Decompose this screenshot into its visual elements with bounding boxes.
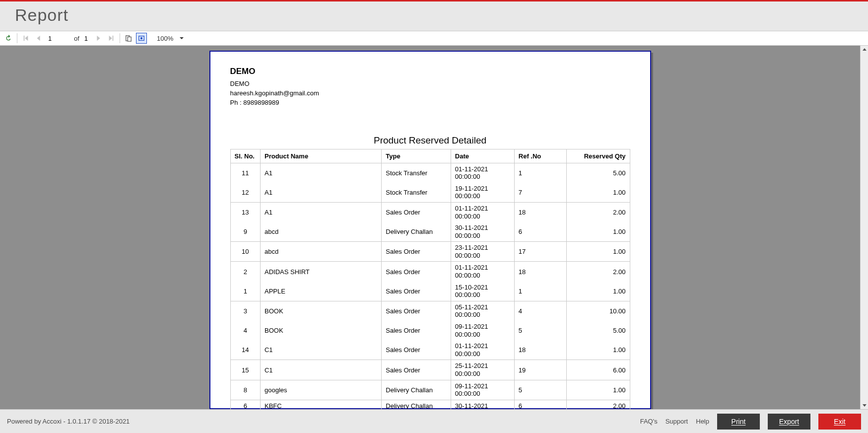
table-row: 15C1Sales Order25-11-2021 00:00:00196.00 — [230, 360, 630, 380]
cell-type: Sales Order — [382, 360, 451, 380]
cell-qty: 1.00 — [566, 242, 630, 262]
cell-date: 30-11-2021 — [451, 400, 514, 409]
table-row: 11A1Stock Transfer01-11-2021 00:00:0015.… — [230, 163, 630, 183]
print-layout-icon[interactable] — [136, 33, 147, 44]
table-row: 8googlesDelivery Challan09-11-2021 00:00… — [230, 380, 630, 400]
last-page-icon[interactable] — [106, 33, 117, 44]
company-email: hareesh.kgopinath@gmail.com — [230, 89, 630, 98]
cell-date: 01-11-2021 00:00:00 — [451, 163, 514, 183]
support-link[interactable]: Support — [666, 418, 688, 425]
svg-point-3 — [140, 37, 142, 39]
report-viewer: DEMO DEMO hareesh.kgopinath@gmail.com Ph… — [0, 46, 868, 409]
cell-qty: 1.00 — [566, 282, 630, 301]
window-footer: Powered by Accoxi - 1.0.1.17 © 2018-2021… — [0, 409, 868, 433]
scroll-up-icon[interactable] — [861, 46, 868, 54]
col-slno: Sl. No. — [230, 149, 260, 163]
cell-type: Sales Order — [382, 262, 451, 282]
cell-ref: 18 — [514, 202, 566, 222]
company-name: DEMO — [230, 67, 630, 76]
cell-slno: 10 — [230, 242, 260, 262]
report-toolbar: of 1 100% — [0, 31, 868, 46]
powered-by-label: Powered by Accoxi - 1.0.1.17 © 2018-2021 — [7, 418, 130, 425]
current-page-input[interactable] — [46, 34, 69, 43]
cell-product: C1 — [260, 360, 381, 380]
cell-qty: 1.00 — [566, 222, 630, 242]
cell-type: Sales Order — [382, 202, 451, 222]
cell-product: C1 — [260, 340, 381, 360]
refresh-icon[interactable] — [3, 33, 14, 44]
cell-ref: 6 — [514, 222, 566, 242]
report-table: Sl. No. Product Name Type Date Ref .No R… — [230, 149, 630, 409]
col-date: Date — [451, 149, 514, 163]
col-ref: Ref .No — [514, 149, 566, 163]
table-row: 13A1Sales Order01-11-2021 00:00:00182.00 — [230, 202, 630, 222]
cell-slno: 8 — [230, 380, 260, 400]
cell-qty: 1.00 — [566, 340, 630, 360]
zoom-label: 100% — [149, 35, 177, 42]
cell-product: A1 — [260, 202, 381, 222]
cell-qty: 10.00 — [566, 301, 630, 321]
cell-slno: 6 — [230, 400, 260, 409]
cell-product: BOOK — [260, 321, 381, 340]
cell-type: Sales Order — [382, 301, 451, 321]
cell-slno: 3 — [230, 301, 260, 321]
viewer-scroll-area[interactable]: DEMO DEMO hareesh.kgopinath@gmail.com Ph… — [0, 46, 860, 409]
first-page-icon[interactable] — [20, 33, 31, 44]
prev-page-icon[interactable] — [33, 33, 44, 44]
next-page-icon[interactable] — [93, 33, 104, 44]
toolbar-separator — [120, 33, 120, 43]
cell-ref: 5 — [514, 380, 566, 400]
cell-ref: 1 — [514, 282, 566, 301]
scroll-down-icon[interactable] — [861, 401, 868, 409]
print-button[interactable]: Print — [717, 414, 760, 430]
table-row: 1APPLESales Order15-10-2021 00:00:0011.0… — [230, 282, 630, 301]
cell-slno: 12 — [230, 183, 260, 203]
table-row: 3BOOKSales Order05-11-2021 00:00:00410.0… — [230, 301, 630, 321]
cell-product: BOOK — [260, 301, 381, 321]
cell-date: 25-11-2021 00:00:00 — [451, 360, 514, 380]
cell-product: ADIDAS SHIRT — [260, 262, 381, 282]
help-link[interactable]: Help — [696, 418, 709, 425]
cell-product: A1 — [260, 163, 381, 183]
cell-slno: 14 — [230, 340, 260, 360]
cell-slno: 9 — [230, 222, 260, 242]
cell-slno: 13 — [230, 202, 260, 222]
cell-product: KBFC — [260, 400, 381, 409]
cell-slno: 2 — [230, 262, 260, 282]
cell-ref: 17 — [514, 242, 566, 262]
report-page: DEMO DEMO hareesh.kgopinath@gmail.com Ph… — [209, 51, 651, 409]
cell-product: APPLE — [260, 282, 381, 301]
page-setup-icon[interactable] — [123, 33, 134, 44]
cell-type: Delivery Challan — [382, 380, 451, 400]
cell-ref: 18 — [514, 340, 566, 360]
cell-qty: 5.00 — [566, 321, 630, 340]
table-row: 6KBFCDelivery Challan30-11-202162.00 — [230, 400, 630, 409]
cell-type: Sales Order — [382, 282, 451, 301]
cell-slno: 15 — [230, 360, 260, 380]
window-header: Report — [0, 1, 868, 31]
cell-type: Delivery Challan — [382, 222, 451, 242]
cell-qty: 1.00 — [566, 183, 630, 203]
cell-ref: 19 — [514, 360, 566, 380]
faq-link[interactable]: FAQ's — [640, 418, 658, 425]
cell-date: 09-11-2021 00:00:00 — [451, 380, 514, 400]
cell-product: abcd — [260, 222, 381, 242]
company-sub: DEMO — [230, 79, 630, 89]
page-title: Report — [15, 5, 853, 25]
zoom-dropdown[interactable] — [179, 36, 184, 41]
col-qty: Reserved Qty — [566, 149, 630, 163]
export-button[interactable]: Export — [768, 414, 810, 430]
toolbar-separator — [17, 33, 17, 43]
exit-button[interactable]: Exit — [818, 414, 861, 430]
vertical-scrollbar[interactable] — [860, 46, 868, 409]
cell-ref: 7 — [514, 183, 566, 203]
cell-ref: 5 — [514, 321, 566, 340]
cell-date: 01-11-2021 00:00:00 — [451, 202, 514, 222]
table-row: 12A1Stock Transfer19-11-2021 00:00:0071.… — [230, 183, 630, 203]
table-row: 14C1Sales Order01-11-2021 00:00:00181.00 — [230, 340, 630, 360]
cell-date: 30-11-2021 00:00:00 — [451, 222, 514, 242]
cell-date: 05-11-2021 00:00:00 — [451, 301, 514, 321]
cell-date: 15-10-2021 00:00:00 — [451, 282, 514, 301]
company-phone: Ph : 8989898989 — [230, 98, 630, 108]
table-row: 9abcdDelivery Challan30-11-2021 00:00:00… — [230, 222, 630, 242]
